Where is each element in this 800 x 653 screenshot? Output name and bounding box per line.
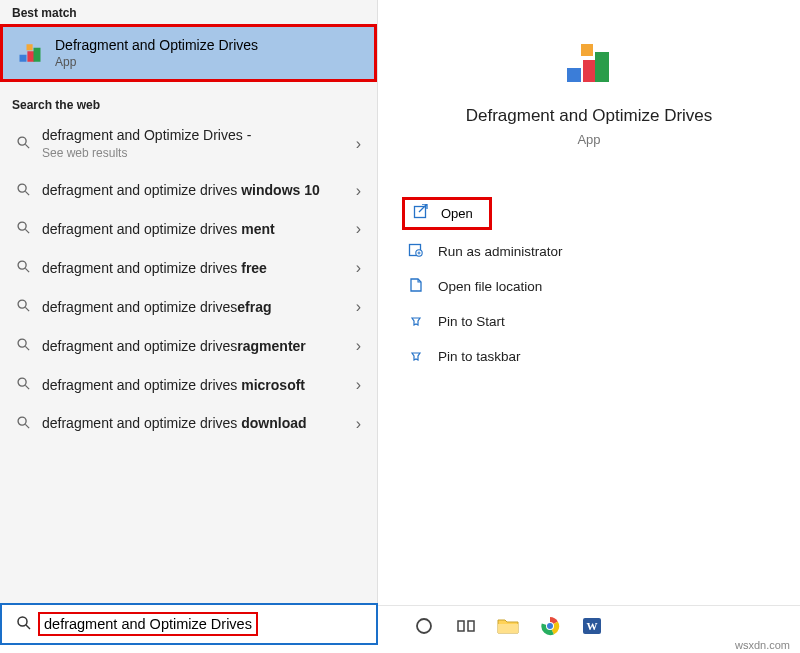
search-input[interactable]: defragment and Optimize Drives <box>38 612 258 636</box>
watermark: wsxdn.com <box>735 639 790 651</box>
svg-rect-21 <box>583 60 597 82</box>
svg-point-4 <box>18 137 26 145</box>
svg-rect-31 <box>468 621 474 631</box>
action-pin-start[interactable]: Pin to Start <box>396 304 782 339</box>
preview-panel: Defragment and Optimize Drives App Open … <box>378 0 800 604</box>
svg-point-29 <box>417 619 431 633</box>
pin-taskbar-icon <box>406 347 426 366</box>
preview-title: Defragment and Optimize Drives <box>398 106 780 126</box>
svg-rect-22 <box>595 52 609 82</box>
action-open-location[interactable]: Open file location <box>396 269 782 304</box>
svg-point-16 <box>18 378 26 386</box>
pin-start-icon <box>406 312 426 331</box>
svg-line-5 <box>25 144 29 148</box>
web-result-item[interactable]: defragment and optimize drives free› <box>0 249 377 288</box>
svg-rect-2 <box>34 48 41 62</box>
svg-rect-1 <box>27 51 34 62</box>
defrag-app-icon <box>15 38 45 68</box>
web-result-item[interactable]: defragment and optimize drives microsoft… <box>0 366 377 405</box>
search-icon <box>14 220 32 238</box>
svg-point-27 <box>18 617 27 626</box>
defrag-large-icon <box>561 36 617 92</box>
svg-point-6 <box>18 184 26 192</box>
search-web-label: Search the web <box>0 92 377 116</box>
results-panel: Best match Defragment and Optimize Drive… <box>0 0 378 604</box>
svg-line-19 <box>25 424 29 428</box>
chevron-right-icon: › <box>350 298 367 316</box>
chevron-right-icon: › <box>350 259 367 277</box>
web-results-list: defragment and Optimize Drives - See web… <box>0 116 377 604</box>
chevron-right-icon: › <box>350 337 367 355</box>
action-pin-taskbar-label: Pin to taskbar <box>438 349 521 364</box>
chevron-right-icon: › <box>350 376 367 394</box>
best-match-title: Defragment and Optimize Drives <box>55 37 258 53</box>
search-icon <box>14 259 32 277</box>
file-location-icon <box>406 277 426 296</box>
best-match-sub: App <box>55 55 258 69</box>
web-result-text: defragment and optimize drives ment <box>42 220 340 239</box>
web-result-text: defragment and Optimize Drives - See web… <box>42 126 340 161</box>
svg-rect-32 <box>498 624 518 633</box>
svg-rect-24 <box>415 207 426 218</box>
svg-rect-0 <box>20 55 27 62</box>
svg-text:W: W <box>587 620 598 632</box>
svg-point-18 <box>18 417 26 425</box>
chevron-right-icon: › <box>350 135 367 153</box>
task-view-icon[interactable] <box>454 614 478 638</box>
svg-point-12 <box>18 300 26 308</box>
svg-rect-23 <box>581 44 593 56</box>
web-result-text: defragment and optimize drivesragmenter <box>42 337 340 356</box>
search-icon <box>14 337 32 355</box>
search-icon <box>14 298 32 316</box>
svg-rect-3 <box>27 44 33 50</box>
search-icon <box>10 615 38 634</box>
chrome-icon[interactable] <box>538 614 562 638</box>
chevron-right-icon: › <box>350 415 367 433</box>
file-explorer-icon[interactable] <box>496 614 520 638</box>
action-pin-start-label: Pin to Start <box>438 314 505 329</box>
web-result-item[interactable]: defragment and Optimize Drives - See web… <box>0 116 377 171</box>
svg-point-8 <box>18 222 26 230</box>
svg-rect-20 <box>567 68 581 82</box>
best-match-highlight: Defragment and Optimize Drives App <box>0 24 377 82</box>
web-result-item[interactable]: defragment and optimize drivesefrag› <box>0 288 377 327</box>
web-result-item[interactable]: defragment and optimize drives windows 1… <box>0 171 377 210</box>
web-result-text: defragment and optimize drives download <box>42 414 340 433</box>
action-run-admin[interactable]: Run as administrator <box>396 234 782 269</box>
search-icon <box>14 135 32 153</box>
web-result-item[interactable]: defragment and optimize drivesragmenter› <box>0 327 377 366</box>
search-icon <box>14 415 32 433</box>
chevron-right-icon: › <box>350 182 367 200</box>
action-pin-taskbar[interactable]: Pin to taskbar <box>396 339 782 374</box>
svg-line-11 <box>25 269 29 273</box>
svg-rect-30 <box>458 621 464 631</box>
open-highlight: Open <box>402 197 492 230</box>
search-icon <box>14 182 32 200</box>
best-match-item[interactable]: Defragment and Optimize Drives App <box>3 27 374 79</box>
action-open[interactable]: Open <box>441 206 473 221</box>
svg-line-15 <box>25 346 29 350</box>
admin-icon <box>406 242 426 261</box>
search-icon <box>14 376 32 394</box>
web-result-item[interactable]: defragment and optimize drives ment› <box>0 210 377 249</box>
web-result-text: defragment and optimize drives microsoft <box>42 376 340 395</box>
web-result-item[interactable]: defragment and optimize drives download› <box>0 404 377 443</box>
action-run-admin-label: Run as administrator <box>438 244 563 259</box>
svg-line-13 <box>25 308 29 312</box>
open-icon <box>413 204 429 223</box>
svg-point-35 <box>547 623 553 629</box>
best-match-label: Best match <box>0 0 377 24</box>
search-box[interactable]: defragment and Optimize Drives <box>0 603 378 645</box>
svg-point-14 <box>18 339 26 347</box>
web-result-text: defragment and optimize drives windows 1… <box>42 181 340 200</box>
web-result-text: defragment and optimize drives free <box>42 259 340 278</box>
svg-line-9 <box>25 230 29 234</box>
web-result-text: defragment and optimize drivesefrag <box>42 298 340 317</box>
svg-line-7 <box>25 191 29 195</box>
word-icon[interactable]: W <box>580 614 604 638</box>
svg-line-17 <box>25 385 29 389</box>
action-open-location-label: Open file location <box>438 279 542 294</box>
preview-sub: App <box>398 132 780 147</box>
cortana-icon[interactable] <box>412 614 436 638</box>
svg-point-10 <box>18 261 26 269</box>
